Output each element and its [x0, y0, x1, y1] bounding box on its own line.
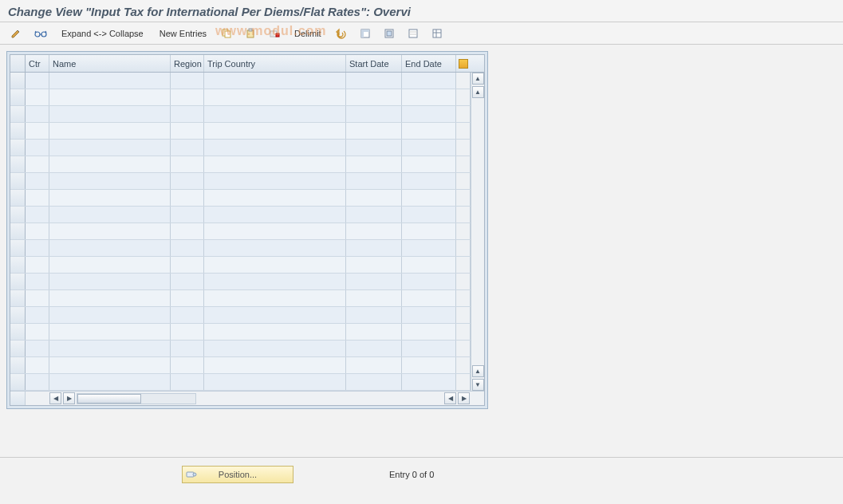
input-ctr[interactable]: [29, 290, 45, 306]
input-trip-country[interactable]: [207, 274, 342, 289]
input-region[interactable]: [174, 357, 200, 373]
column-header-ctr[interactable]: Ctr: [26, 55, 49, 72]
input-trip-country[interactable]: [207, 73, 342, 89]
input-trip-country[interactable]: [207, 341, 342, 356]
cell-end-date[interactable]: [402, 173, 456, 189]
row-selector[interactable]: [10, 257, 26, 273]
cell-end-date[interactable]: [402, 190, 456, 206]
input-end-date[interactable]: [405, 123, 452, 139]
row-selector[interactable]: [10, 140, 26, 156]
cell-trip-country[interactable]: [204, 223, 346, 239]
input-name[interactable]: [53, 374, 167, 390]
cell-trip-country[interactable]: [204, 374, 346, 390]
input-ctr[interactable]: [29, 123, 45, 139]
row-selector[interactable]: [10, 207, 26, 222]
cell-start-date[interactable]: [346, 73, 402, 89]
input-region[interactable]: [174, 106, 200, 122]
paste-button[interactable]: [241, 26, 260, 41]
cell-trip-country[interactable]: [204, 290, 346, 306]
select-block-button[interactable]: [380, 26, 399, 41]
cell-start-date[interactable]: [346, 324, 402, 340]
cell-end-date[interactable]: [402, 341, 456, 356]
row-selector[interactable]: [10, 240, 26, 256]
cell-ctr[interactable]: [26, 324, 49, 340]
row-selector[interactable]: [10, 106, 26, 122]
cell-name[interactable]: [49, 140, 171, 156]
cell-start-date[interactable]: [346, 140, 402, 156]
input-ctr[interactable]: [29, 173, 45, 189]
input-ctr[interactable]: [29, 324, 45, 340]
cell-end-date[interactable]: [402, 106, 456, 122]
input-end-date[interactable]: [405, 307, 452, 323]
column-header-end-date[interactable]: End Date: [402, 55, 456, 72]
input-region[interactable]: [174, 223, 200, 239]
cell-ctr[interactable]: [26, 156, 49, 172]
new-entries-button[interactable]: New Entries: [154, 26, 212, 41]
cell-end-date[interactable]: [402, 73, 456, 89]
row-selector[interactable]: [10, 290, 26, 306]
input-trip-country[interactable]: [207, 190, 342, 206]
input-ctr[interactable]: [29, 223, 45, 239]
input-name[interactable]: [53, 140, 167, 156]
deselect-all-button[interactable]: [404, 26, 423, 41]
cell-region[interactable]: [171, 374, 204, 390]
cell-ctr[interactable]: [26, 274, 49, 289]
cell-start-date[interactable]: [346, 290, 402, 306]
cell-start-date[interactable]: [346, 156, 402, 172]
cell-trip-country[interactable]: [204, 240, 346, 256]
input-region[interactable]: [174, 173, 200, 189]
input-region[interactable]: [174, 290, 200, 306]
input-ctr[interactable]: [29, 257, 45, 273]
cell-region[interactable]: [171, 324, 204, 340]
input-name[interactable]: [53, 324, 167, 340]
input-region[interactable]: [174, 324, 200, 340]
cell-name[interactable]: [49, 223, 171, 239]
cell-region[interactable]: [171, 257, 204, 273]
row-selector[interactable]: [10, 357, 26, 373]
row-selector[interactable]: [10, 374, 26, 390]
scroll-right-button[interactable]: ▶: [458, 392, 470, 404]
input-name[interactable]: [53, 173, 167, 189]
input-start-date[interactable]: [349, 374, 398, 390]
cell-start-date[interactable]: [346, 257, 402, 273]
cell-end-date[interactable]: [402, 374, 456, 390]
input-trip-country[interactable]: [207, 357, 342, 373]
cell-start-date[interactable]: [346, 89, 402, 105]
scroll-down-button-2[interactable]: ▲: [472, 365, 484, 377]
input-region[interactable]: [174, 156, 200, 172]
cell-name[interactable]: [49, 324, 171, 340]
cell-end-date[interactable]: [402, 274, 456, 289]
cell-trip-country[interactable]: [204, 357, 346, 373]
input-trip-country[interactable]: [207, 89, 342, 105]
input-ctr[interactable]: [29, 240, 45, 256]
row-selector[interactable]: [10, 190, 26, 206]
cell-ctr[interactable]: [26, 123, 49, 139]
input-region[interactable]: [174, 274, 200, 289]
input-trip-country[interactable]: [207, 106, 342, 122]
cell-ctr[interactable]: [26, 190, 49, 206]
cell-ctr[interactable]: [26, 290, 49, 306]
cell-end-date[interactable]: [402, 307, 456, 323]
copy-button[interactable]: [217, 26, 236, 41]
input-end-date[interactable]: [405, 374, 452, 390]
input-name[interactable]: [53, 73, 167, 89]
cell-region[interactable]: [171, 73, 204, 89]
input-name[interactable]: [53, 257, 167, 273]
cell-end-date[interactable]: [402, 207, 456, 222]
cell-region[interactable]: [171, 190, 204, 206]
cell-end-date[interactable]: [402, 140, 456, 156]
cell-ctr[interactable]: [26, 374, 49, 390]
cell-end-date[interactable]: [402, 240, 456, 256]
cell-region[interactable]: [171, 173, 204, 189]
cell-name[interactable]: [49, 73, 171, 89]
row-selector[interactable]: [10, 123, 26, 139]
cell-name[interactable]: [49, 156, 171, 172]
input-region[interactable]: [174, 240, 200, 256]
input-start-date[interactable]: [349, 240, 398, 256]
input-trip-country[interactable]: [207, 140, 342, 156]
cell-name[interactable]: [49, 257, 171, 273]
cell-region[interactable]: [171, 240, 204, 256]
cell-trip-country[interactable]: [204, 156, 346, 172]
delete-button[interactable]: [265, 26, 284, 41]
input-ctr[interactable]: [29, 274, 45, 289]
